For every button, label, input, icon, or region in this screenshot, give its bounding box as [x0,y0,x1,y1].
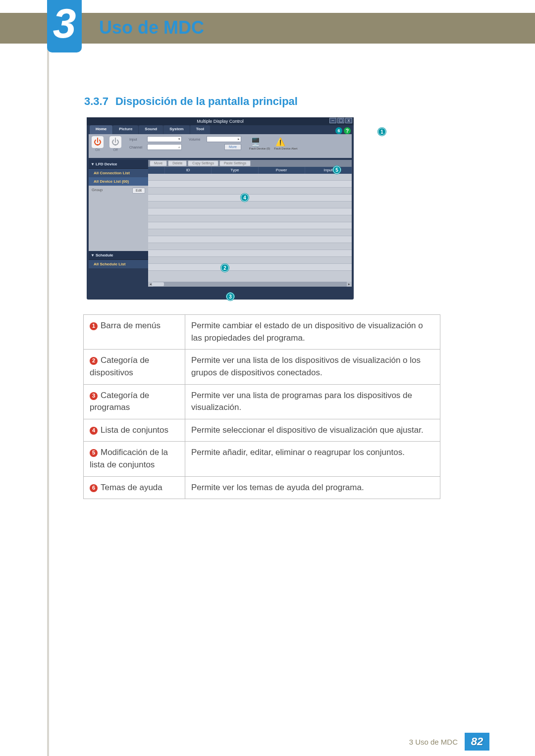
power-off-icon[interactable]: ⏻ [109,136,121,148]
tab-system[interactable]: System [163,125,189,134]
window-titlebar: Multiple Display Control – ▢ x [87,117,354,125]
chapter-title: Uso de MDC [99,17,204,38]
edit-button[interactable]: Edit [132,188,145,194]
delete-button[interactable]: Delete [168,160,187,166]
mdc-window: Multiple Display Control – ▢ x Home Pict… [87,117,354,300]
lfd-device-label: LFD Device [96,162,117,166]
channel-label: Channel [129,146,145,149]
all-schedule-list[interactable]: All Schedule List [89,260,148,268]
table-header: ID Type Power Input [148,167,352,174]
badge-3: 3 [90,392,98,400]
minimize-button[interactable]: – [329,118,336,123]
page-number: 82 [465,733,489,751]
table-row[interactable] [148,195,352,202]
home-panel: ⏻ On ⏻ Off Input ▾ Channel ▵ Volume [89,134,352,158]
legend-label: Categoría de programas [90,391,149,412]
legend-label: Modificación de la lista de conjuntos [90,448,168,469]
legend-label: Temas de ayuda [101,483,162,492]
chapter-badge: 3 [47,0,82,52]
close-button[interactable]: x [345,118,352,123]
section-heading: 3.3.7Disposición de la pantalla principa… [84,95,298,108]
table-row[interactable] [148,188,352,195]
legend-row: 5Modificación de la lista de conjuntos P… [84,442,440,476]
schedule-node[interactable]: ▾Schedule [89,251,148,260]
tab-sound[interactable]: Sound [139,125,163,134]
fault-device-label: Fault Device (0) [249,147,270,150]
col-id: ID [165,167,212,174]
table-rows [148,174,352,271]
badge-1: 1 [90,322,98,330]
power-on-label: On [92,148,104,151]
tab-tool[interactable]: Tool [190,125,210,134]
scroll-thumb[interactable] [152,282,164,286]
table-row[interactable] [148,264,352,271]
legend-desc: Permite cambiar el estado de un disposit… [185,315,440,350]
chevron-down-icon: ▾ [92,162,94,166]
table-row[interactable] [148,229,352,236]
callout-2: 2 [221,264,229,272]
legend-desc: Permite seleccionar el dispositivo de vi… [185,419,440,442]
copy-settings-button[interactable]: Copy Settings [188,160,218,166]
more-button[interactable]: More [224,144,241,150]
maximize-button[interactable]: ▢ [337,118,344,123]
legend-desc: Permite añadir, editar, eliminar o reagr… [185,442,440,476]
legend-label: Lista de conjuntos [101,425,168,435]
section-number: 3.3.7 [84,95,108,107]
badge-4: 4 [90,427,98,435]
legend-label: Categoría de dispositivos [90,355,149,377]
legend-label: Barra de menús [101,321,160,330]
horizontal-scrollbar[interactable]: ◂ ▸ [148,282,352,287]
callout-5: 5 [333,166,341,174]
legend-desc: Permite ver una lista de los dispositivo… [185,350,440,384]
paste-settings-button[interactable]: Paste Settings [219,160,251,166]
table-row[interactable] [148,174,352,181]
group-label: Group [92,188,103,192]
all-device-list[interactable]: All Device List (00) [89,177,148,186]
legend-desc: Permite ver los temas de ayuda del progr… [185,476,440,499]
tab-picture[interactable]: Picture [113,125,138,134]
tab-home[interactable]: Home [90,125,112,134]
device-list-panel: Move Delete Copy Settings Paste Settings… [148,160,352,287]
table-row[interactable] [148,202,352,208]
page-footer: 3 Uso de MDC 82 [0,732,535,751]
table-row[interactable] [148,215,352,222]
input-label: Input [129,138,145,141]
legend-row: 4Lista de conjuntos Permite seleccionar … [84,419,440,442]
col-check [148,167,165,174]
move-button[interactable]: Move [150,160,167,166]
col-input: Input [305,167,352,174]
table-row[interactable] [148,250,352,257]
table-row[interactable] [148,236,352,243]
legend-row: 2Categoría de dispositivos Permite ver u… [84,350,440,384]
fault-alert[interactable]: ⚠️ Fault Device Alert [274,136,297,150]
sidebar: ▾LFD Device All Connection List All Devi… [89,160,148,287]
window-title: Multiple Display Control [197,119,244,124]
scroll-right-icon[interactable]: ▸ [347,282,352,287]
table-row[interactable] [148,243,352,250]
legend-row: 1Barra de menús Permite cambiar el estad… [84,315,440,350]
power-on-icon[interactable]: ⏻ [92,136,104,148]
volume-slider[interactable]: ▸ [207,136,241,142]
schedule-label: Schedule [96,253,113,257]
left-margin [47,0,49,756]
channel-stepper[interactable]: ▵ [147,144,182,150]
callout-1: 1 [378,128,386,136]
power-off-label: Off [109,148,121,151]
all-connection-list[interactable]: All Connection List [89,169,148,177]
table-row[interactable] [148,257,352,264]
lfd-device-node[interactable]: ▾LFD Device [89,160,148,169]
fault-alert-label: Fault Device Alert [274,147,297,150]
group-panel: Group Edit [89,186,148,251]
fault-device[interactable]: 🖥️ Fault Device (0) [249,136,270,150]
legend-table: 1Barra de menús Permite cambiar el estad… [83,314,440,499]
chevron-down-icon: ▾ [92,253,94,257]
legend-desc: Permite ver una lista de programas para … [185,384,440,419]
table-row[interactable] [148,222,352,229]
table-row[interactable] [148,181,352,188]
help-icon[interactable]: ? [344,127,351,134]
callout-4: 4 [241,194,249,202]
volume-label: Volume [189,138,205,141]
input-select[interactable]: ▾ [147,136,182,142]
table-row[interactable] [148,208,352,215]
legend-row: 6Temas de ayuda Permite ver los temas de… [84,476,440,499]
